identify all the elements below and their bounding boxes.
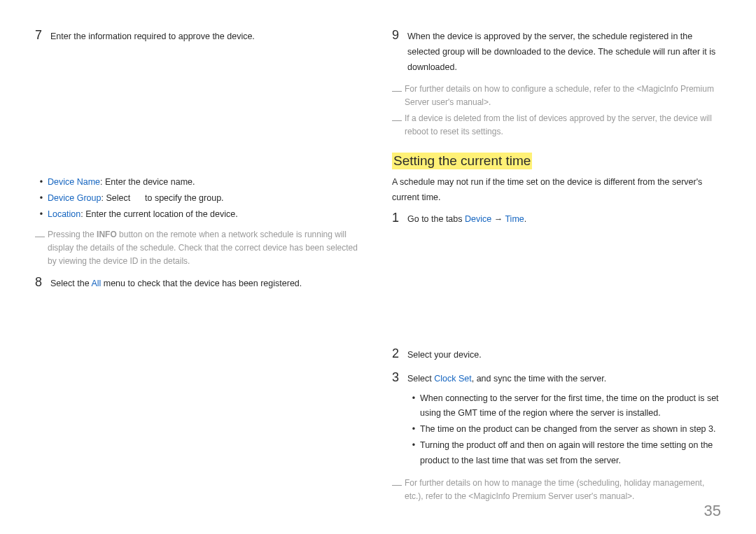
location-label: Location (48, 209, 80, 219)
bullet-mark: • (35, 175, 48, 190)
device-info-bullets: • Device Name: Enter the device name. • … (35, 175, 364, 223)
step-7-number: 7 (35, 28, 50, 45)
step-2-text: Select your device. (407, 346, 721, 363)
sub-bullet-2: The time on the product can be changed f… (420, 422, 721, 437)
bullet-device-group: • Device Group: Select to specify the gr… (35, 191, 364, 206)
step-2: 2 Select your device. (392, 346, 721, 363)
step-3-number: 3 (392, 370, 407, 470)
sub-bullet-1: When connecting to the server for the fi… (420, 391, 721, 421)
note-dash-icon: ― (392, 477, 405, 503)
note-b: If a device is deleted from the list of … (405, 112, 721, 139)
left-column: 7 Enter the information required to appr… (35, 28, 364, 510)
bullet-mark: • (35, 207, 48, 222)
device-group-label: Device Group (48, 193, 101, 203)
bullet-body: Device Name: Enter the device name. (48, 175, 364, 190)
step-1-text: Go to the tabs Device → Time. (407, 211, 721, 227)
step-7: 7 Enter the information required to appr… (35, 28, 364, 45)
step-9: 9 When the device is approved by the ser… (392, 28, 721, 76)
note-dash-icon: ― (35, 228, 48, 269)
step-1-text-b: . (524, 214, 526, 224)
device-name-label: Device Name (48, 177, 100, 187)
device-group-text-b: to specify the group. (143, 193, 224, 203)
note-dash-icon: ― (392, 112, 405, 139)
step-8-text-b: menu to check that the device has been r… (101, 279, 302, 288)
note-c: For further details on how to manage the… (405, 477, 721, 503)
bullet-body: Device Group: Select to specify the grou… (48, 191, 364, 206)
step-3-body: Select Clock Set, and sync the time with… (407, 370, 721, 470)
bullet-mark: • (407, 438, 420, 468)
step-3-sub-bullets: • When connecting to the server for the … (407, 391, 721, 468)
note-info-word: INFO (97, 230, 117, 239)
page-columns: 7 Enter the information required to appr… (35, 28, 721, 510)
notes-time: ― For further details on how to manage t… (392, 477, 721, 503)
right-column: 9 When the device is approved by the ser… (392, 28, 721, 510)
step-8-number: 8 (35, 275, 50, 292)
step-3-text-a: Select (407, 374, 434, 384)
para-schedule-time: A schedule may not run if the time set o… (392, 175, 721, 205)
step-1-device: Device (465, 214, 491, 224)
notes-step9: ― For further details on how to configur… (392, 83, 721, 139)
step-1-arrow: → (491, 214, 505, 224)
step-3-text-b: , and sync the time with the server. (472, 374, 606, 384)
step-2-number: 2 (392, 346, 407, 363)
bullet-device-name: • Device Name: Enter the device name. (35, 175, 364, 190)
step-3: 3 Select Clock Set, and sync the time wi… (392, 370, 721, 470)
bullet-location: • Location: Enter the current location o… (35, 207, 364, 222)
bullet-mark: • (407, 391, 420, 421)
note-info-button: ― Pressing the INFO button on the remote… (35, 228, 364, 269)
step-9-number: 9 (392, 28, 407, 76)
device-group-text-a: : Select (101, 193, 132, 203)
step-8-all: All (91, 279, 101, 288)
step-7-text: Enter the information required to approv… (50, 28, 364, 45)
figure-placeholder-right (392, 234, 721, 346)
step-3-clock: Clock Set (434, 374, 472, 384)
location-text: : Enter the current location of the devi… (80, 209, 237, 219)
step-1-text-a: Go to the tabs (407, 214, 465, 224)
note-a: For further details on how to configure … (405, 83, 721, 109)
step-8-text: Select the All menu to check that the de… (50, 275, 364, 292)
sub-bullet-3: Turning the product off and then on agai… (420, 438, 721, 468)
step-1-time: Time (505, 214, 524, 224)
bullet-mark: • (407, 422, 420, 437)
step-8: 8 Select the All menu to check that the … (35, 275, 364, 292)
note-pre: Pressing the (48, 230, 97, 239)
page-number: 35 (704, 502, 721, 520)
bullet-body: Location: Enter the current location of … (48, 207, 364, 222)
note-dash-icon: ― (392, 83, 405, 109)
step-9-text: When the device is approved by the serve… (407, 28, 721, 76)
figure-placeholder-left (35, 52, 364, 171)
step-1-number: 1 (392, 211, 407, 227)
note-body: Pressing the INFO button on the remote w… (48, 228, 364, 269)
device-name-text: : Enter the device name. (100, 177, 195, 187)
step-8-text-a: Select the (50, 279, 91, 288)
step-1: 1 Go to the tabs Device → Time. (392, 211, 721, 227)
bullet-mark: • (35, 191, 48, 206)
heading-text: Setting the current time (392, 153, 532, 169)
heading-setting-time: Setting the current time (392, 146, 721, 175)
